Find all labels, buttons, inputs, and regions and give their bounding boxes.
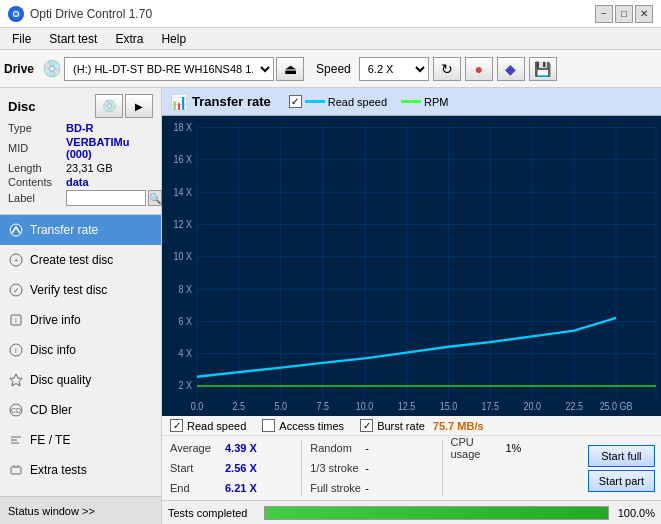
mid-row: MID VERBATIMu (000)	[8, 136, 153, 160]
svg-marker-9	[10, 374, 22, 386]
read-speed-checkbox-label: Read speed	[187, 420, 246, 432]
chart-header: 📊 Transfer rate ✓ Read speed RPM	[162, 88, 661, 116]
chart-area: 18 X 16 X 14 X 12 X 10 X 8 X 6 X 4 X 2 X…	[162, 116, 661, 416]
app-title: Opti Drive Control 1.70	[30, 7, 152, 21]
svg-text:10 X: 10 X	[173, 251, 192, 263]
svg-text:i: i	[15, 346, 17, 355]
random-key: Random	[310, 442, 365, 454]
disc-icons: 💿 ▶	[95, 94, 153, 118]
maximize-button[interactable]: □	[615, 5, 633, 23]
menu-help[interactable]: Help	[153, 30, 194, 48]
start-part-button[interactable]: Start part	[588, 470, 655, 492]
progress-pct: 100.0%	[615, 507, 655, 519]
access-times-checkbox[interactable]	[262, 419, 275, 432]
legend-read-color	[305, 100, 325, 103]
nav-extra-tests[interactable]: Extra tests	[0, 455, 161, 485]
stats-col-3: CPU usage 1%	[443, 438, 582, 498]
full-stroke-val: -	[365, 482, 410, 494]
speed-label: Speed	[316, 62, 351, 76]
cpu-val: 1%	[506, 442, 551, 454]
legend-read-label: Read speed	[328, 96, 387, 108]
end-val: 6.21 X	[225, 482, 270, 494]
menu-start-test[interactable]: Start test	[41, 30, 105, 48]
label-browse-button[interactable]: 🔍	[148, 190, 162, 206]
nav-drive-info[interactable]: i Drive info	[0, 305, 161, 335]
svg-text:12 X: 12 X	[173, 218, 192, 230]
length-row: Length 23,31 GB	[8, 162, 153, 174]
nav-transfer-rate[interactable]: Transfer rate	[0, 215, 161, 245]
full-stroke-key: Full stroke	[310, 482, 365, 494]
minimize-button[interactable]: −	[595, 5, 613, 23]
left-panel: Disc 💿 ▶ Type BD-R MID VERBATIMu (000) L…	[0, 88, 162, 524]
save-button[interactable]: 💾	[529, 57, 557, 81]
transfer-rate-icon	[8, 222, 24, 238]
drive-label: Drive	[4, 62, 34, 76]
nav-disc-info[interactable]: i Disc info	[0, 335, 161, 365]
full-stroke-stat-row: Full stroke -	[310, 478, 433, 498]
nav-disc-quality[interactable]: Disc quality	[0, 365, 161, 395]
mid-key: MID	[8, 142, 66, 154]
speed-select[interactable]: 6.2 X	[359, 57, 429, 81]
nav-extra-tests-label: Extra tests	[30, 463, 87, 477]
refresh-button[interactable]: ↻	[433, 57, 461, 81]
read-speed-checkbox-item: ✓ Read speed	[170, 419, 246, 432]
svg-text:12.5: 12.5	[398, 401, 415, 413]
disc-section: Disc 💿 ▶ Type BD-R MID VERBATIMu (000) L…	[0, 88, 161, 215]
svg-text:16 X: 16 X	[173, 154, 192, 166]
legend-rpm: RPM	[401, 96, 448, 108]
drive-info-icon: i	[8, 312, 24, 328]
drive-select[interactable]: (H:) HL-DT-ST BD-RE WH16NS48 1.D3	[64, 57, 274, 81]
average-stat-row: Average 4.39 X	[170, 438, 293, 458]
svg-text:25.0 GB: 25.0 GB	[600, 401, 633, 413]
settings-button1[interactable]: ●	[465, 57, 493, 81]
burst-rate-value: 75.7 MB/s	[433, 420, 484, 432]
nav-create-test-disc-label: Create test disc	[30, 253, 113, 267]
label-input[interactable]	[66, 190, 146, 206]
type-val: BD-R	[66, 122, 94, 134]
disc-icon-btn2[interactable]: ▶	[125, 94, 153, 118]
stats-col-1: Average 4.39 X Start 2.56 X End 6.21 X	[162, 438, 301, 498]
svg-text:15.0: 15.0	[440, 401, 458, 413]
stats-area: Average 4.39 X Start 2.56 X End 6.21 X R…	[162, 436, 661, 500]
svg-text:4 X: 4 X	[178, 348, 192, 360]
average-val: 4.39 X	[225, 442, 270, 454]
svg-text:2.5: 2.5	[233, 401, 245, 413]
random-val: -	[365, 442, 410, 454]
nav-fe-te[interactable]: FE / TE	[0, 425, 161, 455]
settings-button2[interactable]: ◆	[497, 57, 525, 81]
type-key: Type	[8, 122, 66, 134]
stroke13-stat-row: 1/3 stroke -	[310, 458, 433, 478]
nav-verify-test-disc[interactable]: ✓ Verify test disc	[0, 275, 161, 305]
legend-rpm-color	[401, 100, 421, 103]
svg-text:0.0: 0.0	[191, 401, 204, 413]
status-window-button[interactable]: Status window >>	[0, 496, 161, 524]
app-icon: O	[8, 6, 24, 22]
cd-bler-icon: CD	[8, 402, 24, 418]
random-stat-row: Random -	[310, 438, 433, 458]
nav-create-test-disc[interactable]: + Create test disc	[0, 245, 161, 275]
extra-tests-icon	[8, 462, 24, 478]
nav-cd-bler[interactable]: CD CD Bler	[0, 395, 161, 425]
burst-rate-check: ✓	[363, 420, 371, 431]
start-stat-row: Start 2.56 X	[170, 458, 293, 478]
disc-icon-btn1[interactable]: 💿	[95, 94, 123, 118]
verify-test-disc-icon: ✓	[8, 282, 24, 298]
svg-text:18 X: 18 X	[173, 121, 192, 133]
menu-extra[interactable]: Extra	[107, 30, 151, 48]
eject-button[interactable]: ⏏	[276, 57, 304, 81]
menu-file[interactable]: File	[4, 30, 39, 48]
access-times-checkbox-label: Access times	[279, 420, 344, 432]
chart-title: Transfer rate	[192, 94, 271, 109]
start-full-button[interactable]: Start full	[588, 445, 655, 467]
read-speed-checkbox[interactable]: ✓	[170, 419, 183, 432]
title-bar: O Opti Drive Control 1.70 − □ ✕	[0, 0, 661, 28]
nav-disc-quality-label: Disc quality	[30, 373, 91, 387]
burst-rate-checkbox[interactable]: ✓	[360, 419, 373, 432]
title-bar-left: O Opti Drive Control 1.70	[8, 6, 152, 22]
nav-cd-bler-label: CD Bler	[30, 403, 72, 417]
fe-te-icon	[8, 432, 24, 448]
type-row: Type BD-R	[8, 122, 153, 134]
close-button[interactable]: ✕	[635, 5, 653, 23]
progress-bar	[264, 506, 609, 520]
svg-text:5.0: 5.0	[275, 401, 288, 413]
